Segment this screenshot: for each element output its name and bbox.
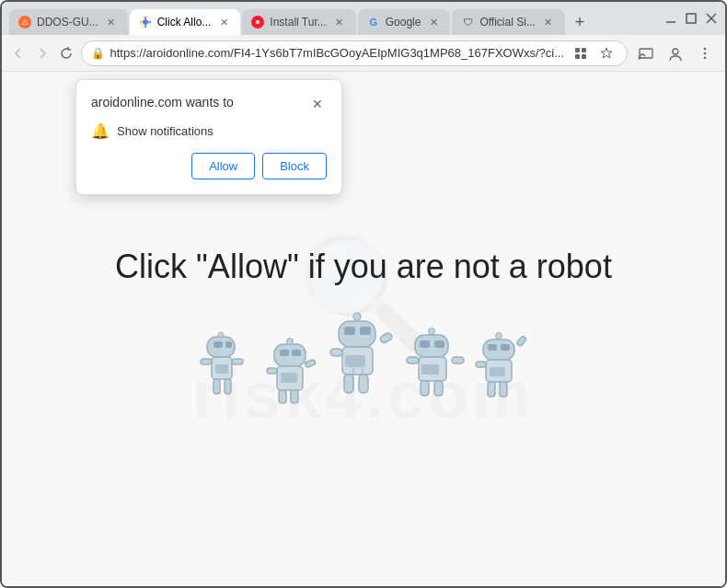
svg-rect-65 [476,362,486,367]
popup-close-button[interactable]: ✕ [308,95,327,113]
tab-3-title: Install Tur... [270,16,326,29]
svg-rect-21 [213,379,220,394]
tab-4-favicon: G [367,16,380,29]
profile-icon[interactable] [663,40,688,66]
tab-2-title: Click Allo... [157,16,212,29]
tab-2-close[interactable]: ✕ [216,15,231,29]
tab-1-title: DDOS-GU... [37,16,98,29]
svg-rect-58 [434,340,444,348]
svg-rect-57 [420,340,430,348]
viewport: 🔍 risk4.com Click "Allow" if you are not… [2,72,725,586]
robots-illustration [193,305,534,410]
tab-1-favicon: ⚠ [18,16,31,29]
svg-point-17 [704,52,707,54]
svg-point-3 [256,20,260,24]
url-action-icons [570,42,617,64]
tab-3-favicon [251,16,264,29]
url-bar[interactable]: 🔒 https://aroidonline.com/FI4-1Ys6bT7mIB… [81,40,628,66]
robot-5 [474,323,534,410]
svg-rect-11 [582,54,586,59]
svg-point-15 [673,49,678,54]
svg-rect-25 [213,341,223,348]
lock-icon: 🔒 [91,47,105,60]
title-bar: ⚠ DDOS-GU... ✕ Click Allo... ✕ Install T… [2,2,725,35]
tab-4-close[interactable]: ✕ [426,15,441,29]
allow-button[interactable]: Allow [191,153,255,179]
maximize-button[interactable] [685,12,698,25]
svg-rect-33 [267,368,277,374]
bookmark-icon[interactable] [595,42,617,64]
tab-5[interactable]: 🛡 Official Si... ✕ [452,9,564,35]
svg-rect-5 [687,14,696,23]
popup-header: aroidonline.com wants to ✕ [91,95,327,113]
block-button[interactable]: Block [262,153,327,179]
svg-rect-24 [232,359,243,364]
svg-rect-42 [359,375,368,393]
svg-rect-10 [575,54,580,59]
svg-rect-53 [421,381,429,396]
tab-5-favicon: 🛡 [461,16,474,29]
svg-rect-54 [434,381,443,396]
tab-2[interactable]: Click Allo... ✕ [130,9,241,35]
tab-4[interactable]: G Google ✕ [358,9,451,35]
tab-1[interactable]: ⚠ DDOS-GU... ✕ [9,9,128,35]
svg-point-1 [143,19,148,25]
tab-3-close[interactable]: ✕ [332,15,347,29]
svg-rect-70 [490,367,505,376]
svg-point-59 [428,329,434,335]
svg-rect-38 [281,373,297,383]
tab-1-close[interactable]: ✕ [104,15,119,29]
svg-rect-64 [500,382,507,397]
svg-rect-29 [274,344,306,366]
svg-rect-48 [345,355,365,367]
svg-rect-60 [421,364,439,375]
svg-point-47 [353,313,361,320]
captcha-heading: Click "Allow" if you are not a robot [115,248,612,286]
svg-rect-56 [452,357,464,363]
svg-rect-61 [483,340,514,360]
svg-point-16 [704,47,707,50]
svg-point-14 [639,56,641,59]
back-button[interactable] [9,40,28,66]
address-bar: 🔒 https://aroidonline.com/FI4-1Ys6bT7mIB… [2,35,725,72]
popup-permission: 🔔 Show notifications [91,122,327,140]
svg-rect-68 [501,344,510,351]
svg-rect-66 [516,336,527,347]
svg-rect-9 [582,48,586,52]
svg-rect-28 [215,364,228,374]
cast-icon[interactable] [633,40,659,66]
tab-3[interactable]: Install Tur... ✕ [242,9,355,35]
page-main: Click "Allow" if you are not a robot [115,248,612,410]
menu-icon[interactable] [692,40,718,66]
notification-popup: aroidonline.com wants to ✕ 🔔 Show notifi… [75,79,342,195]
svg-point-27 [218,332,224,338]
browser-actions [633,40,718,66]
svg-marker-12 [601,48,612,58]
url-text: https://aroidonline.com/FI4-1Ys6bT7mIBcG… [110,46,564,60]
svg-rect-35 [280,350,289,356]
minimize-button[interactable] [664,12,677,25]
svg-rect-26 [225,341,232,348]
new-tab-button[interactable]: + [567,9,593,35]
robot-2 [265,328,320,410]
svg-rect-43 [330,349,342,356]
svg-rect-34 [305,359,316,367]
svg-rect-67 [488,344,497,351]
svg-rect-22 [225,379,231,394]
svg-rect-36 [292,350,301,356]
close-button[interactable] [705,12,718,25]
svg-point-18 [704,56,707,59]
svg-rect-41 [344,375,353,393]
svg-rect-44 [379,332,393,344]
robot-1 [193,318,258,410]
permission-label: Show notifications [117,124,213,138]
reload-button[interactable] [57,40,75,66]
tab-5-title: Official Si... [479,16,535,29]
forward-button[interactable] [33,40,52,66]
tab-5-close[interactable]: ✕ [541,15,556,29]
browser-window: ⚠ DDOS-GU... ✕ Click Allo... ✕ Install T… [0,0,727,588]
svg-rect-46 [360,327,371,335]
svg-rect-23 [201,359,212,364]
extensions-icon[interactable] [570,42,592,64]
svg-point-69 [495,333,502,340]
